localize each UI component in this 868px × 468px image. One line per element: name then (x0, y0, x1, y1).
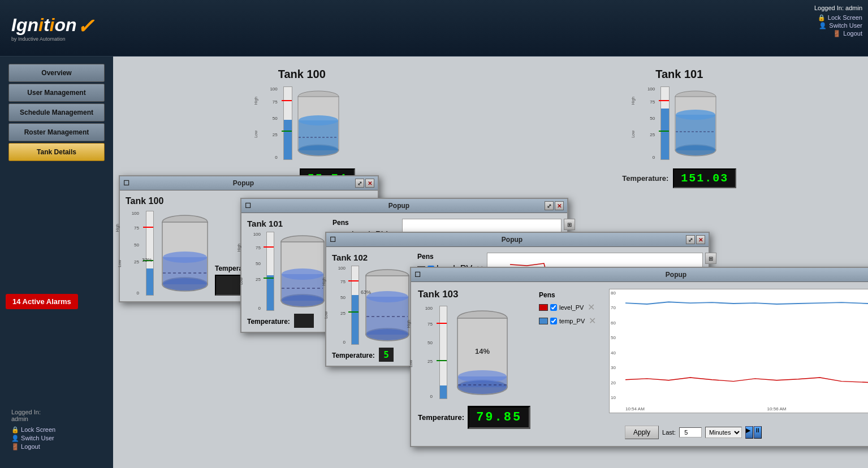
popup-103-pen-temp-close[interactable]: ✕ (589, 315, 596, 326)
popup-101-chart-zoom-btn[interactable]: ⊞ (564, 219, 575, 230)
switch-user-icon: 👤 (819, 22, 826, 29)
popup-101-close-btn[interactable]: ✕ (555, 201, 564, 210)
app-logo: Ignition✓ by Inductive Automation (11, 15, 94, 42)
popup-101-cylinder (279, 232, 327, 311)
popup-102-title-label: Popup (502, 236, 522, 244)
svg-point-32 (366, 291, 408, 302)
popup-103-pens-label: Pens (539, 291, 601, 299)
svg-point-5 (299, 145, 338, 155)
sidebar-lock-screen-link[interactable]: 🔒 Lock Screen (11, 426, 102, 434)
top-logged-in-label: Logged In: admin (814, 5, 862, 11)
tank-100-cylinder (296, 86, 341, 160)
popup-100-btns: ⤢ ✕ (355, 179, 374, 188)
tank-101-temp: Temperature: 151.03 (508, 168, 852, 188)
popup-103-pen-level-label: level_PV (559, 304, 584, 311)
popup-101-checkbox[interactable]: ☐ (245, 202, 251, 210)
popup-100-title-label: Popup (233, 179, 254, 187)
popup-103-chart-svg (625, 292, 868, 392)
svg-point-40 (458, 380, 507, 394)
popup-103-cylinder: 14% (454, 306, 511, 399)
popup-103-pen-temp-label: temp_PV (559, 318, 585, 324)
popup-102-close-btn[interactable]: ✕ (696, 235, 705, 244)
popup-103-temp-row: Temperature: 79.85 (418, 406, 531, 429)
popup-100-maximize-btn[interactable]: ⤢ (355, 179, 364, 188)
popup-103-pen-level-close[interactable]: ✕ (588, 302, 595, 313)
svg-point-11 (676, 110, 715, 120)
popup-102-btns: ⤢ ✕ (686, 235, 705, 244)
alarm-badge[interactable]: 14 Active Alarms (6, 294, 78, 309)
popup-101-title-label: Popup (388, 202, 409, 210)
popup-100-titlebar[interactable]: ☐ Popup ⤢ ✕ (120, 176, 378, 190)
svg-point-18 (163, 252, 207, 263)
last-value-input[interactable] (679, 427, 702, 437)
svg-point-12 (676, 145, 715, 155)
popup-100-checkbox[interactable]: ☐ (123, 179, 129, 187)
top-right-menu: Logged In: admin 🔒 Lock Screen 👤 Switch … (814, 5, 862, 37)
lock-icon: 🔒 (818, 14, 824, 21)
popup-103-content: Tank 103 100 75 50 25 0 High Low (411, 282, 868, 446)
popup-103-pen-temp: temp_PV ✕ (539, 315, 601, 326)
popup-103-time-start: 10:54 AM (625, 406, 645, 411)
popup-102-checkbox[interactable]: ☐ (330, 236, 336, 244)
sidebar-item-tank-details[interactable]: Tank Details (8, 143, 105, 161)
popup-103-window: ☐ Popup ⤢ ✕ Tank 103 100 75 50 (410, 267, 868, 447)
apply-button[interactable]: Apply (625, 426, 659, 439)
sidebar: Overview User Management Schedule Manage… (0, 57, 113, 468)
popup-102-maximize-btn[interactable]: ⤢ (686, 235, 695, 244)
pause-btn[interactable]: ⏸ (754, 426, 762, 439)
minutes-select[interactable]: Minutes Hours Days (705, 427, 742, 438)
last-label: Last: (662, 429, 676, 436)
popup-103-title-label: Popup (666, 271, 686, 279)
popup-101-temp (294, 314, 314, 328)
popup-103-time-mid: 10:56 AM (767, 406, 787, 411)
popup-103-pen-level-check[interactable] (550, 304, 557, 311)
svg-point-4 (299, 115, 338, 125)
svg-point-19 (163, 278, 207, 291)
popup-102-titlebar[interactable]: ☐ Popup ⤢ ✕ (326, 233, 709, 247)
popup-102-temp: 5 (379, 348, 394, 362)
popup-101-tank-name: Tank 101 (247, 219, 327, 228)
main-content: Tank 100 100 75 50 25 0 High Low (113, 57, 868, 468)
header: Ignition✓ by Inductive Automation Logged… (0, 0, 868, 57)
popup-101-maximize-btn[interactable]: ⤢ (545, 201, 554, 210)
popup-103-tank-name: Tank 103 (418, 289, 531, 300)
svg-point-26 (282, 295, 323, 306)
tank-100-title: Tank 100 (130, 68, 474, 81)
tank-101-temp-readout: 151.03 (673, 168, 736, 188)
sidebar-item-schedule-management[interactable]: Schedule Management (8, 103, 105, 122)
popup-103-checkbox[interactable]: ☐ (414, 271, 421, 279)
popup-103-pen-temp-check[interactable] (550, 318, 557, 324)
popup-100-cylinder (159, 211, 210, 296)
popup-101-titlebar[interactable]: ☐ Popup ⤢ ✕ (241, 199, 567, 213)
popup-101-btns: ⤢ ✕ (545, 201, 564, 210)
popup-103-temp-readout: 79.85 (468, 406, 530, 429)
sidebar-item-user-management[interactable]: User Management (8, 84, 105, 102)
popup-101-pens-label: Pens (332, 219, 399, 227)
popup-103-titlebar[interactable]: ☐ Popup ⤢ ✕ (411, 268, 868, 282)
svg-point-33 (366, 329, 408, 340)
popup-102-cylinder (364, 266, 412, 345)
svg-text:14%: 14% (475, 347, 490, 356)
sidebar-switch-user-link[interactable]: 👤 Switch User (11, 434, 102, 443)
sidebar-item-roster-management[interactable]: Roster Management (8, 123, 105, 141)
sidebar-item-overview[interactable]: Overview (8, 64, 105, 82)
svg-rect-10 (676, 115, 715, 150)
sidebar-bottom: Logged In: admin 🔒 Lock Screen 👤 Switch … (0, 403, 113, 457)
play-btn[interactable]: ▶ (745, 426, 753, 439)
tank-101-cylinder (673, 86, 718, 160)
tank-101-title: Tank 101 (508, 68, 852, 81)
popup-103-chart[interactable]: Value 10 20 30 40 50 60 70 80 (609, 289, 868, 413)
logout-icon: 🚪 (833, 30, 840, 37)
popup-102-chart-zoom-btn[interactable]: ⊞ (705, 253, 716, 264)
top-lock-screen-link[interactable]: 🔒 Lock Screen (814, 14, 862, 21)
sidebar-logout-link[interactable]: 🚪 Logout (11, 443, 102, 451)
popup-103-pen-level: level_PV ✕ (539, 302, 601, 313)
popup-102-tank-name: Tank 102 (332, 253, 412, 262)
popup-102-pens-label: Pens (417, 253, 483, 261)
svg-rect-31 (366, 297, 408, 335)
svg-point-25 (282, 268, 323, 280)
popup-100-close-btn[interactable]: ✕ (365, 179, 374, 188)
top-logout-link[interactable]: 🚪 Logout (814, 29, 862, 37)
top-switch-user-link[interactable]: 👤 Switch User (814, 21, 862, 29)
sidebar-logged-in-label: Logged In: admin (11, 409, 102, 422)
